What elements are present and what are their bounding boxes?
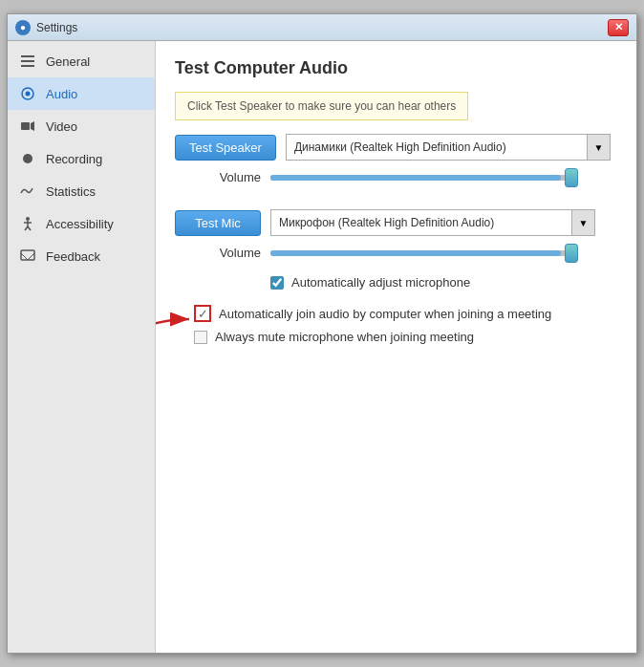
speaker-volume-thumb[interactable] bbox=[565, 168, 578, 187]
auto-join-label: Automatically join audio by computer whe… bbox=[219, 307, 551, 321]
svg-point-8 bbox=[26, 217, 30, 221]
mic-device-select[interactable]: Микрофон (Realtek High Definition Audio)… bbox=[270, 209, 595, 236]
page-title: Test Computer Audio bbox=[175, 58, 617, 78]
svg-rect-5 bbox=[21, 122, 30, 130]
mic-dropdown-arrow[interactable]: ▼ bbox=[571, 210, 594, 235]
accessibility-icon bbox=[19, 215, 36, 232]
feedback-label: Feedback bbox=[46, 249, 100, 264]
general-icon bbox=[19, 53, 36, 70]
auto-join-check-mark: ✓ bbox=[198, 307, 208, 321]
svg-line-12 bbox=[28, 226, 31, 230]
test-speaker-button[interactable]: Test Speaker bbox=[175, 135, 276, 161]
auto-adjust-label: Automatically adjust microphone bbox=[291, 275, 470, 290]
content-area: Test Computer Audio Click Test Speaker t… bbox=[156, 41, 636, 653]
accessibility-label: Accessibility bbox=[46, 217, 114, 231]
close-button[interactable]: ✕ bbox=[608, 19, 629, 36]
sidebar-item-accessibility[interactable]: Accessibility bbox=[8, 207, 155, 240]
audio-label: Audio bbox=[46, 87, 77, 101]
recording-icon bbox=[19, 150, 36, 167]
speaker-dropdown-arrow[interactable]: ▼ bbox=[587, 135, 610, 160]
svg-point-4 bbox=[26, 92, 31, 97]
sidebar-item-general[interactable]: General bbox=[8, 45, 155, 77]
speaker-volume-slider[interactable] bbox=[270, 175, 576, 181]
general-label: General bbox=[46, 54, 90, 69]
titlebar: ● Settings ✕ bbox=[8, 14, 636, 41]
auto-join-checkbox-highlighted[interactable]: ✓ bbox=[194, 305, 211, 322]
window-title: Settings bbox=[36, 21, 608, 34]
sidebar-item-recording[interactable]: Recording bbox=[8, 142, 155, 175]
svg-rect-2 bbox=[21, 65, 34, 67]
speaker-device-text: Динамики (Realtek High Definition Audio) bbox=[287, 137, 587, 158]
sidebar: General Audio Video Recording bbox=[8, 41, 156, 653]
svg-marker-6 bbox=[31, 121, 34, 131]
statistics-icon bbox=[19, 183, 36, 200]
test-mic-button[interactable]: Test Mic bbox=[175, 210, 261, 236]
settings-window: ● Settings ✕ General Audio bbox=[7, 13, 637, 654]
sidebar-item-audio[interactable]: Audio bbox=[8, 77, 155, 110]
statistics-label: Statistics bbox=[46, 184, 96, 199]
audio-icon bbox=[19, 85, 36, 102]
speaker-volume-label: Volume bbox=[175, 170, 261, 184]
video-icon bbox=[19, 118, 36, 135]
speaker-section-row: Test Speaker Динамики (Realtek High Defi… bbox=[175, 134, 617, 161]
auto-adjust-checkbox[interactable] bbox=[270, 276, 284, 290]
feedback-icon bbox=[19, 247, 36, 265]
always-mute-checkbox[interactable] bbox=[194, 331, 207, 344]
svg-rect-1 bbox=[21, 60, 34, 62]
mic-volume-thumb[interactable] bbox=[565, 244, 578, 263]
sidebar-item-feedback[interactable]: Feedback bbox=[8, 240, 155, 272]
mic-volume-slider[interactable] bbox=[270, 250, 576, 256]
auto-adjust-row: Automatically adjust microphone bbox=[270, 275, 617, 290]
speaker-device-select[interactable]: Динамики (Realtek High Definition Audio)… bbox=[286, 134, 611, 161]
mic-volume-label: Volume bbox=[175, 246, 261, 260]
always-mute-label: Always mute microphone when joining meet… bbox=[215, 330, 474, 344]
video-label: Video bbox=[46, 119, 77, 134]
sidebar-item-statistics[interactable]: Statistics bbox=[8, 175, 155, 207]
mic-section-row: Test Mic Микрофон (Realtek High Definiti… bbox=[175, 209, 617, 236]
hint-text: Click Test Speaker to make sure you can … bbox=[187, 99, 456, 113]
main-content: General Audio Video Recording bbox=[8, 41, 636, 653]
app-icon: ● bbox=[15, 20, 31, 35]
recording-label: Recording bbox=[46, 152, 102, 166]
speaker-volume-row: Volume bbox=[175, 170, 617, 184]
sidebar-item-video[interactable]: Video bbox=[8, 110, 155, 142]
svg-rect-0 bbox=[21, 55, 34, 57]
svg-point-7 bbox=[23, 154, 32, 163]
hint-box: Click Test Speaker to make sure you can … bbox=[175, 92, 468, 120]
mic-device-text: Микрофон (Realtek High Definition Audio) bbox=[271, 212, 571, 233]
mic-volume-row: Volume bbox=[175, 246, 617, 260]
